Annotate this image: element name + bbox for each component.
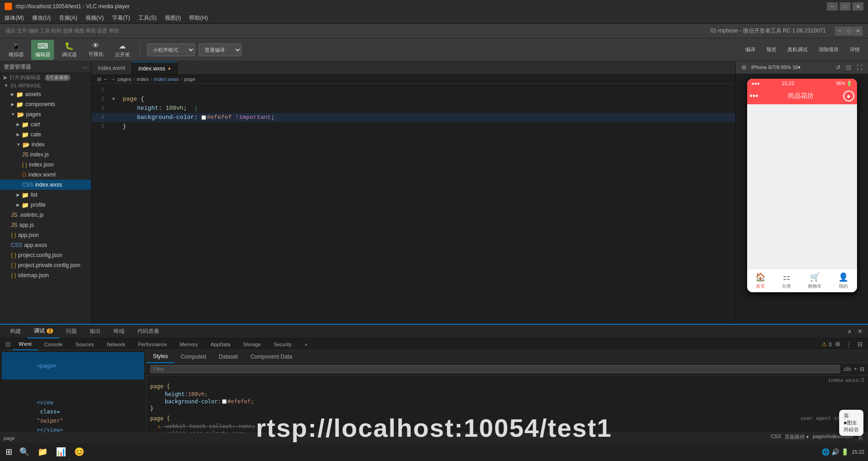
toolbar-cloud[interactable]: ☁ 云开发 [111, 40, 134, 60]
menu-tools[interactable]: 工具(S) [136, 14, 158, 22]
tab-code-quality[interactable]: 代码质量 [131, 325, 166, 338]
wc-close-btn[interactable]: ✕ [853, 27, 863, 36]
wxml-inspect-btn[interactable]: ⊡ [4, 340, 12, 348]
debug-tab-memory[interactable]: Memory [174, 338, 205, 350]
sidebar-item-sitemap[interactable]: { } sitemap.json [0, 270, 91, 280]
debug-tab-more[interactable]: » [298, 338, 314, 350]
taskbar-search[interactable]: 🔍 [16, 444, 33, 460]
breadcrumb-back-btn[interactable]: ← [103, 76, 108, 82]
new-style-btn[interactable]: + [854, 366, 857, 372]
tray-volume-icon[interactable]: 🔊 [831, 448, 839, 456]
menu-view[interactable]: 视图(I) [163, 14, 183, 22]
maximize-button[interactable]: □ [840, 2, 851, 11]
sidebar-item-assets[interactable]: ▶ 📁 assets [0, 89, 91, 99]
nav-cart[interactable]: 🛒 购物车 [808, 272, 822, 289]
nav-home[interactable]: 🏠 首页 [755, 272, 765, 289]
sidebar-item-index-wxml[interactable]: ⟨⟩ index.wxml [0, 170, 91, 180]
sidebar-item-cate[interactable]: ▶ 📁 cate [0, 129, 91, 139]
tab-terminal[interactable]: 终端 [107, 325, 131, 338]
close-button[interactable]: ✕ [852, 2, 863, 11]
styles-tab-computed[interactable]: Computed [174, 350, 212, 363]
menu-audio[interactable]: 音频(A) [57, 14, 79, 22]
sidebar-project-group[interactable]: ▼ 01-MPBASE [0, 82, 91, 89]
sidebar-item-project-private[interactable]: { } project.private.config.json [0, 260, 91, 270]
tab-index-wxss[interactable]: index.wxss ● [132, 62, 178, 75]
preview-toggle-btn[interactable]: ⊡ [844, 63, 853, 72]
devtools-settings-btn[interactable]: ⚙ [833, 340, 842, 348]
dom-line-swiper[interactable]: <view class= "swiper" ></view> [2, 380, 144, 433]
styles-tab-styles[interactable]: Styles [146, 350, 174, 363]
debug-tab-console[interactable]: Console [38, 338, 69, 350]
debug-tab-performance[interactable]: Performance [132, 338, 174, 350]
styles-filter-input[interactable] [150, 365, 840, 373]
preview-btn[interactable]: 预览 [763, 44, 780, 55]
preview-refresh-btn[interactable]: ↺ [834, 63, 842, 72]
toolbar-debugger[interactable]: 🐛 调试器 [58, 40, 81, 60]
sidebar-item-cart[interactable]: ▶ 📁 cart [0, 119, 91, 129]
menu-video[interactable]: 视频(V) [84, 14, 106, 22]
preview-expand-btn[interactable]: ⛶ [855, 63, 864, 72]
devtools-options-btn[interactable]: ⋮ [844, 340, 854, 348]
sidebar-item-pages[interactable]: ▼ 📂 pages [0, 109, 91, 119]
sidebar-item-components[interactable]: ▶ 📁 components [0, 99, 91, 109]
sidebar-item-index-wxss[interactable]: CSS index.wxss [0, 180, 91, 190]
wc-max-btn[interactable]: □ [844, 27, 853, 36]
tab-debug[interactable]: 调试 3 [27, 325, 60, 338]
sidebar-more-btn[interactable]: ··· [82, 64, 87, 71]
sidebar-item-appwxss[interactable]: CSS app.wxss [0, 240, 91, 250]
toolbar-visual[interactable]: 👁 可视化 [84, 40, 107, 60]
preview-settings-btn[interactable]: ⚙ [739, 63, 749, 72]
devtools-collapse-btn[interactable]: ∧ [846, 327, 854, 336]
taskbar-ppt[interactable]: 📊 [53, 444, 69, 460]
debug-tab-security[interactable]: Security [267, 338, 298, 350]
tray-network-icon[interactable]: 🌐 [822, 448, 830, 456]
clear-cache-btn[interactable]: 清除缓存 [815, 44, 842, 55]
sidebar-item-index-js[interactable]: JS index.js [0, 150, 91, 160]
menu-help[interactable]: 帮助(H) [187, 14, 210, 22]
sidebar-item-index[interactable]: ▼ 📂 index [0, 139, 91, 150]
tray-battery-icon[interactable]: 🔋 [841, 448, 849, 456]
devtools-close-btn[interactable]: ✕ [856, 327, 864, 336]
taskbar-emoji[interactable]: 😊 [71, 444, 87, 460]
tab-issues[interactable]: 问题 [60, 325, 83, 338]
compile-select[interactable]: 普通编译 [199, 43, 242, 56]
sidebar-item-list[interactable]: ▶ 📁 list [0, 190, 91, 200]
mode-select[interactable]: 小程序模式 [147, 43, 195, 56]
sidebar-open-editors-group[interactable]: ▶ 打开的编辑器 1个未保存 [0, 73, 91, 82]
compile-btn[interactable]: 编译 [742, 44, 759, 55]
line-arrow-2[interactable]: ▾ [110, 95, 119, 104]
tab-output[interactable]: 输出 [83, 325, 107, 338]
tab-index-wxml[interactable]: index.wxml [92, 62, 132, 75]
tab-build[interactable]: 构建 [4, 325, 27, 338]
sidebar-item-appjs[interactable]: JS app.js [0, 220, 91, 230]
computed-toggle-btn[interactable]: ⊟ [860, 366, 864, 372]
debug-tab-appdata[interactable]: AppData [204, 338, 237, 350]
toolbar-editor[interactable]: ⌨ 编辑器 [31, 40, 54, 60]
wc-min-btn[interactable]: ─ [835, 27, 844, 36]
start-button[interactable]: ⊞ [4, 445, 14, 459]
taskbar-files[interactable]: 📁 [34, 444, 51, 460]
styles-tab-component-data[interactable]: Component Data [244, 350, 298, 363]
sidebar-item-profile[interactable]: ▶ 📁 profile [0, 200, 91, 210]
add-style-btn[interactable]: .cls [843, 366, 851, 372]
styles-tab-dataset[interactable]: Dataset [212, 350, 244, 363]
details-btn[interactable]: 详情 [846, 44, 863, 55]
debug-tab-storage[interactable]: Storage [237, 338, 267, 350]
menu-play[interactable]: 播放(U) [30, 14, 53, 22]
sidebar-item-eslint[interactable]: JS .eslintrc.js [0, 210, 91, 220]
real-device-btn[interactable]: 真机调试 [784, 44, 811, 55]
menu-subtitle[interactable]: 字幕(T) [110, 14, 132, 22]
nav-cate[interactable]: ⚏ 分类 [782, 272, 791, 289]
debug-tab-network[interactable]: Network [100, 338, 131, 350]
code-editor[interactable]: 1 2 ▾ page { 3 height: 100vh; | [92, 84, 735, 324]
sidebar-item-project-config[interactable]: { } project.config.json [0, 250, 91, 260]
breadcrumb-forward-btn[interactable]: → [110, 76, 116, 82]
debug-tab-wxml[interactable]: Wxml [12, 338, 38, 350]
menu-media[interactable]: 媒体(M) [3, 14, 26, 22]
toolbar-simulator[interactable]: 📱 模拟器 [5, 40, 27, 60]
sidebar-item-index-json[interactable]: { } index.json [0, 160, 91, 170]
devtools-dock-btn[interactable]: ⊟ [856, 340, 864, 348]
debug-tab-sources[interactable]: Sources [69, 338, 100, 350]
nav-profile[interactable]: 👤 我的 [838, 272, 848, 289]
minimize-button[interactable]: ─ [827, 2, 838, 11]
